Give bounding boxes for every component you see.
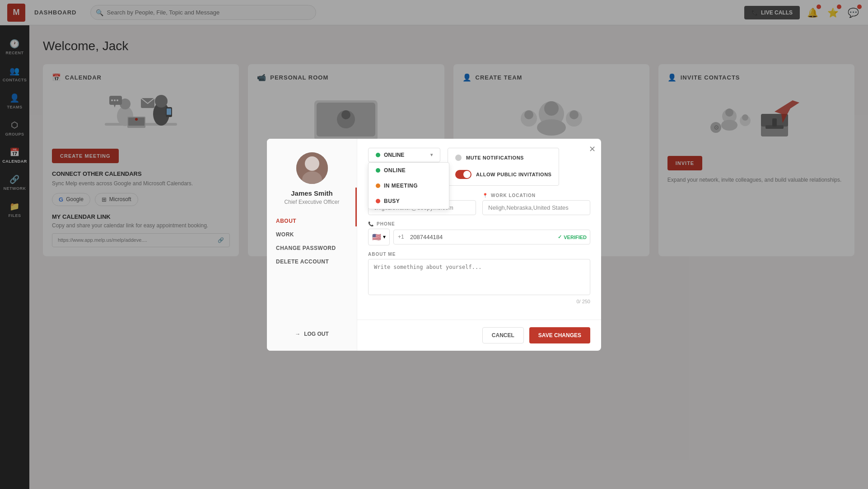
phone-icon: 📞 <box>368 221 374 226</box>
phone-prefix: +1 <box>398 234 404 240</box>
busy-dot <box>376 199 380 203</box>
cancel-button[interactable]: CANCEL <box>482 327 524 343</box>
country-selector[interactable]: 🇺🇸 ▾ <box>368 229 390 245</box>
about-me-label: ABOUT ME <box>368 252 590 257</box>
status-option-online[interactable]: ONLINE <box>369 163 449 178</box>
nav-active-indicator <box>355 188 357 226</box>
modal-user-name: James Smith <box>291 189 333 197</box>
logout-icon: → <box>295 331 300 337</box>
modal-nav-about[interactable]: ABOUT <box>276 214 348 228</box>
char-count: 0/ 250 <box>368 299 590 304</box>
work-location-input[interactable] <box>482 200 590 215</box>
dropdown-arrow: ▾ <box>383 234 386 240</box>
save-changes-button[interactable]: SAVE CHANGES <box>529 327 590 343</box>
work-location-label: 📍 WORK LOCATION <box>482 193 590 198</box>
status-section: ONLINE ▾ ONLINE IN MEETING <box>368 148 440 162</box>
check-icon: ✓ <box>558 234 562 240</box>
logout-button[interactable]: → LOG OUT <box>295 331 329 337</box>
mute-notifications-row: MUTE NOTIFICATIONS <box>448 150 559 165</box>
notifications-panel: MUTE NOTIFICATIONS ALLOW PUBLIC INVITATI… <box>448 148 559 186</box>
status-label: ONLINE <box>384 152 404 158</box>
phone-field: 📞 PHONE 🇺🇸 ▾ +1 ✓ VE <box>368 221 590 245</box>
phone-row: 🇺🇸 ▾ +1 ✓ VERIFIED <box>368 229 590 245</box>
status-dot <box>376 153 380 157</box>
allow-invitations-row: ALLOW PUBLIC INVITATIONS <box>448 165 559 183</box>
modal-nav-work[interactable]: WORK <box>276 228 348 241</box>
svg-point-41 <box>305 156 319 171</box>
flag-icon: 🇺🇸 <box>372 233 381 241</box>
allow-invitations-toggle[interactable] <box>455 170 471 179</box>
profile-modal: James Smith Chief Executive Officer ABOU… <box>267 139 601 351</box>
about-me-field: ABOUT ME 0/ 250 <box>368 252 590 304</box>
chevron-down-icon: ▾ <box>430 152 433 157</box>
status-dropdown-menu: ONLINE IN MEETING BUSY <box>368 162 449 209</box>
modal-nav-delete-account[interactable]: DELETE ACCOUNT <box>276 255 348 268</box>
modal-left-panel: James Smith Chief Executive Officer ABOU… <box>267 139 357 351</box>
modal-nav-change-password[interactable]: CHANGE PASSWORD <box>276 241 348 255</box>
location-icon: 📍 <box>482 193 488 198</box>
modal-right-wrapper: ONLINE ▾ ONLINE IN MEETING <box>357 139 601 351</box>
mute-icon <box>455 155 462 161</box>
status-option-busy[interactable]: BUSY <box>369 193 449 209</box>
verified-badge: ✓ VERIFIED <box>558 234 587 240</box>
modal-close-button[interactable]: ✕ <box>589 144 596 154</box>
about-me-textarea[interactable] <box>368 259 590 295</box>
work-location-field: 📍 WORK LOCATION <box>482 193 590 215</box>
modal-nav: ABOUT WORK CHANGE PASSWORD DELETE ACCOUN… <box>276 214 348 268</box>
toggle-knob <box>463 171 471 178</box>
phone-input-wrapper: +1 ✓ VERIFIED <box>393 230 590 244</box>
online-dot <box>376 168 380 173</box>
phone-label: 📞 PHONE <box>368 221 590 226</box>
modal-overlay[interactable]: James Smith Chief Executive Officer ABOU… <box>0 0 868 489</box>
status-notifications-row: ONLINE ▾ ONLINE IN MEETING <box>368 148 590 186</box>
status-dropdown-button[interactable]: ONLINE ▾ <box>368 148 440 162</box>
modal-user-role: Chief Executive Officer <box>285 199 340 205</box>
avatar <box>296 152 328 184</box>
in-meeting-dot <box>376 183 380 188</box>
status-option-in-meeting[interactable]: IN MEETING <box>369 178 449 193</box>
modal-right-content: ONLINE ▾ ONLINE IN MEETING <box>357 139 601 320</box>
modal-footer: CANCEL SAVE CHANGES <box>357 320 601 351</box>
